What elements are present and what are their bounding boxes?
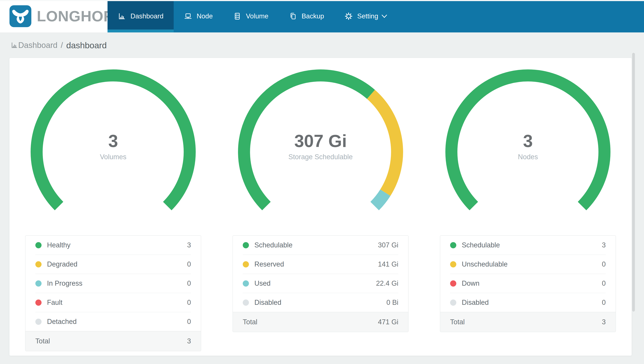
nav-tab-dashboard[interactable]: Dashboard <box>108 0 174 32</box>
gauge-storage-schedulable: 307 GiStorage Schedulable <box>235 66 406 214</box>
gauge-title: Nodes <box>442 153 614 161</box>
top-navbar: LONGHORN DashboardNodeVolumeBackupSettin… <box>0 0 644 32</box>
longhorn-logo-icon <box>10 5 31 27</box>
laptop-icon <box>184 12 192 20</box>
nav-tab-label: Node <box>197 12 213 20</box>
page: { "nav": { "brand": "LONGHORN", "items":… <box>0 0 644 364</box>
breadcrumb-separator: / <box>61 41 63 50</box>
nav-tab-label: Dashboard <box>130 12 164 20</box>
legend-dot-schedulable <box>450 242 456 248</box>
legend-row-healthy: Healthy3 <box>35 236 191 255</box>
legend-value: 0 <box>187 318 191 326</box>
legend-row-schedulable: Schedulable3 <box>450 236 606 255</box>
legend-row-disabled: Disabled0 <box>450 293 606 312</box>
total-label: Total <box>450 318 465 326</box>
legend-row-used: Used22.4 Gi <box>243 274 398 293</box>
brand[interactable]: LONGHORN <box>0 0 108 32</box>
legend-total-row: Total3 <box>440 312 616 332</box>
legend-dot-disabled <box>243 300 249 306</box>
gauge-value: 3 <box>442 132 614 150</box>
legend-label: Down <box>462 280 480 287</box>
legend-value: 0 <box>602 298 606 306</box>
legend-total-row: Total471 Gi <box>233 312 408 332</box>
legend-label: Unschedulable <box>462 260 508 268</box>
legend-label: Fault <box>47 298 62 306</box>
legend-row-in-progress: In Progress0 <box>35 274 191 293</box>
legend-dot-in-progress <box>35 280 42 286</box>
legend-rows: Healthy3Degraded0In Progress0Fault0Detac… <box>26 236 201 331</box>
legend-table-storage-schedulable: Schedulable307 GiReserved141 GiUsed22.4 … <box>232 236 408 332</box>
legend-row-degraded: Degraded0 <box>35 255 191 274</box>
window-top-edge <box>0 0 644 1</box>
nav-tab-label: Setting <box>357 12 378 20</box>
dashboard-card: 3VolumesHealthy3Degraded0In Progress0Fau… <box>10 58 632 356</box>
gear-icon <box>344 12 353 20</box>
legend-label: Healthy <box>47 241 70 249</box>
legend-row-detached: Detached0 <box>35 312 191 331</box>
nav-tab-node[interactable]: Node <box>174 0 223 32</box>
gauge-nodes: 3Nodes <box>442 66 614 214</box>
gauge-panel-storage-schedulable: 307 GiStorage SchedulableSchedulable307 … <box>217 66 424 351</box>
legend-row-unschedulable: Unschedulable0 <box>450 255 606 274</box>
nav-tab-label: Backup <box>302 12 324 20</box>
total-label: Total <box>35 337 50 345</box>
chevron-down-icon <box>383 14 388 18</box>
gauge-title: Volumes <box>28 153 199 161</box>
legend-label: Schedulable <box>462 241 500 249</box>
legend-dot-detached <box>35 319 42 325</box>
gauge-volumes: 3Volumes <box>28 66 199 214</box>
legend-table-nodes: Schedulable3Unschedulable0Down0Disabled0… <box>440 236 616 332</box>
nav-tab-label: Volume <box>246 12 268 20</box>
legend-value: 0 <box>187 260 191 268</box>
bar-chart-icon <box>118 12 126 20</box>
gauge-panel-nodes: 3NodesSchedulable3Unschedulable0Down0Dis… <box>424 66 632 351</box>
legend-total-row: Total3 <box>26 331 201 351</box>
legend-label: Disabled <box>462 298 489 306</box>
gauge-center: 3Nodes <box>442 132 614 161</box>
legend-row-down: Down0 <box>450 274 606 293</box>
legend-value: 0 <box>187 298 191 306</box>
scrollbar-thumb[interactable] <box>632 53 635 312</box>
legend-dot-degraded <box>35 261 42 268</box>
legend-dot-reserved <box>243 261 249 268</box>
legend-value: 307 Gi <box>378 241 398 249</box>
legend-value: 3 <box>602 241 606 249</box>
legend-dot-fault <box>35 300 42 306</box>
legend-row-reserved: Reserved141 Gi <box>243 255 398 274</box>
legend-label: Schedulable <box>254 241 292 249</box>
breadcrumb-section[interactable]: Dashboard <box>18 41 58 50</box>
bar-chart-icon <box>10 41 18 49</box>
legend-table-volumes: Healthy3Degraded0In Progress0Fault0Detac… <box>25 236 201 351</box>
copy-icon <box>289 12 297 20</box>
nav-tabs: DashboardNodeVolumeBackupSetting <box>108 0 398 32</box>
legend-dot-used <box>243 280 249 286</box>
legend-dot-disabled <box>450 300 456 306</box>
breadcrumb-page: dashboard <box>66 40 107 50</box>
gauge-segment-used <box>375 192 386 206</box>
gauges-row: 3VolumesHealthy3Degraded0In Progress0Fau… <box>10 66 632 351</box>
legend-row-disabled: Disabled0 Bi <box>243 293 398 312</box>
legend-row-fault: Fault0 <box>35 293 191 312</box>
gauge-center: 307 GiStorage Schedulable <box>235 132 406 161</box>
nav-tab-backup[interactable]: Backup <box>279 0 334 32</box>
server-cabinet-icon <box>233 12 242 20</box>
nav-tab-setting[interactable]: Setting <box>334 0 398 32</box>
gauge-panel-volumes: 3VolumesHealthy3Degraded0In Progress0Fau… <box>10 66 217 351</box>
legend-value: 3 <box>187 241 191 249</box>
gauge-center: 3Volumes <box>28 132 199 161</box>
legend-label: Detached <box>47 318 77 326</box>
legend-label: Reserved <box>254 260 284 268</box>
legend-value: 0 <box>602 260 606 268</box>
legend-value: 0 <box>602 280 606 287</box>
nav-tab-volume[interactable]: Volume <box>223 0 278 32</box>
legend-dot-schedulable <box>243 242 249 248</box>
total-value: 471 Gi <box>378 318 398 326</box>
legend-value: 0 <box>187 280 191 287</box>
legend-rows: Schedulable307 GiReserved141 GiUsed22.4 … <box>233 236 408 312</box>
gauge-value: 3 <box>28 132 199 150</box>
legend-dot-healthy <box>35 242 42 248</box>
total-label: Total <box>243 318 257 326</box>
legend-dot-down <box>450 280 456 286</box>
total-value: 3 <box>602 318 606 326</box>
legend-label: Used <box>254 280 270 287</box>
